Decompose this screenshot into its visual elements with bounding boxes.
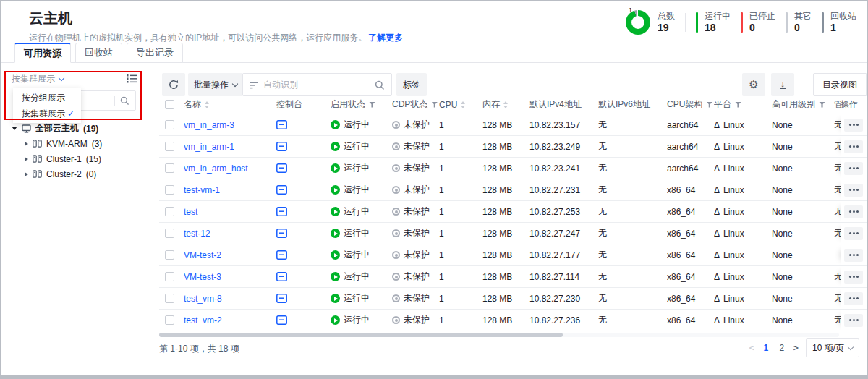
more-actions-button[interactable] [844,227,863,240]
ipv4-cell: 10.82.27.114 [529,272,598,282]
vm-name-link[interactable]: vm_in_arm-1 [184,142,234,152]
select-all-checkbox[interactable] [165,100,174,109]
console-icon[interactable] [276,207,287,216]
cpu-cell: 1 [439,229,482,239]
col-header-status[interactable]: 启用状态 [331,98,392,111]
more-actions-button[interactable] [844,249,863,262]
more-icon [853,167,855,169]
search-icon[interactable] [375,80,385,90]
console-icon[interactable] [276,250,287,260]
unprotected-icon [392,142,400,150]
tag-button[interactable]: 标签 [396,73,427,96]
console-icon[interactable] [276,294,287,303]
ipv6-cell: 无 [598,140,667,153]
vm-name-link[interactable]: test [184,207,197,217]
console-icon[interactable] [276,163,287,173]
console-icon[interactable] [276,120,287,129]
cluster-icon [33,170,42,178]
ha-cell: None [772,229,827,239]
dropdown-option[interactable]: 按分组展示 [13,90,81,106]
list-view-icon[interactable] [127,74,137,83]
directory-view-button[interactable]: 目录视图 [813,73,867,96]
more-actions-button[interactable] [844,184,863,197]
vm-name-link[interactable]: vm_in_arm-3 [184,120,234,130]
row-checkbox[interactable] [165,315,174,325]
export-button[interactable]: ↓ [771,73,794,96]
col-header-name[interactable]: 名称 [184,98,276,111]
row-checkbox[interactable] [165,120,174,129]
more-actions-button[interactable] [844,119,863,132]
more-actions-button[interactable] [844,205,863,218]
horizontal-scrollbar-thumb[interactable] [159,333,563,337]
vm-name-link[interactable]: VM-test-3 [184,272,221,282]
row-checkbox[interactable] [165,272,174,281]
caret-right-icon[interactable] [25,172,28,176]
col-header-memory[interactable]: 内存 [482,98,529,111]
caret-right-icon[interactable] [25,142,28,146]
console-icon[interactable] [276,185,287,195]
vm-name-link[interactable]: VM-test-2 [184,250,221,260]
vm-name-link[interactable]: test_vm-8 [184,294,222,304]
clipped-cell: 无 [827,140,841,153]
page-number[interactable]: 1 [762,343,770,353]
col-header-ha[interactable]: 高可用级别 [772,98,827,111]
more-actions-button[interactable] [844,314,863,327]
console-icon[interactable] [276,315,287,325]
table-search-input[interactable] [263,74,371,95]
tree-item-cluster[interactable]: Cluster-2 (0) [25,166,102,182]
vm-name-link[interactable]: test-12 [184,229,210,239]
more-actions-button[interactable] [844,292,863,305]
more-actions-button[interactable] [844,271,863,284]
vm-name-link[interactable]: vm_in_arm_host [184,163,248,174]
cpu-cell: 1 [439,142,482,152]
ipv4-cell: 10.82.23.241 [529,163,598,174]
row-checkbox[interactable] [165,142,174,151]
settings-button[interactable]: ⚙ [742,73,765,96]
next-page-icon[interactable]: > [793,343,799,353]
stat-item: 已停止 0 [741,11,775,34]
toolbar: 批量操作 标签 ⚙ ↓ 目录视图 [159,73,867,96]
tab[interactable]: 导出记录 [127,43,183,63]
memory-cell: 128 MB [482,120,529,130]
ipv4-cell: 10.82.27.253 [529,207,598,217]
page-number[interactable]: 2 [778,343,786,353]
row-checkbox[interactable] [165,185,174,195]
tree-item-cluster[interactable]: KVM-ARM (3) [25,136,102,151]
row-checkbox[interactable] [165,207,174,216]
col-header-cpu[interactable]: CPU [439,100,482,110]
ipv4-cell: 10.82.23.249 [529,142,598,152]
col-header-cdp[interactable]: CDP状态 [392,98,439,111]
caret-right-icon[interactable] [25,157,28,161]
tree-root-all-hosts[interactable]: 全部云主机 (19) [12,121,98,136]
more-actions-button[interactable] [844,162,863,175]
page-size-select[interactable]: 10 项/页 [806,338,859,357]
dropdown-option[interactable]: 按集群展示 ✓ [13,106,81,122]
batch-actions-button[interactable]: 批量操作 [188,73,243,96]
display-mode-dropdown-trigger[interactable]: 按集群展示 [12,73,64,85]
tab[interactable]: 可用资源 [14,43,71,63]
tab[interactable]: 回收站 [75,43,122,63]
console-icon[interactable] [276,272,287,281]
row-checkbox[interactable] [165,250,174,260]
row-checkbox[interactable] [165,294,174,303]
refresh-button[interactable] [162,73,185,96]
search-icon[interactable] [120,96,129,106]
prev-page-icon[interactable]: < [749,343,754,353]
memory-cell: 128 MB [482,207,529,217]
arch-cell: aarch64 [667,120,714,130]
vm-name-link[interactable]: test_vm-2 [184,315,222,325]
col-header-platform[interactable]: 平台 [714,98,772,111]
memory-cell: 128 MB [482,272,529,282]
col-header-arch[interactable]: CPU架构 [667,98,714,111]
vm-name-link[interactable]: test-vm-1 [184,185,220,195]
more-icon [853,124,855,126]
learn-more-link[interactable]: 了解更多 [368,33,403,43]
console-icon[interactable] [276,229,287,238]
console-icon[interactable] [276,142,287,151]
caret-down-icon[interactable] [12,127,17,130]
row-checkbox[interactable] [165,163,174,173]
row-checkbox[interactable] [165,229,174,238]
stat-item: 运行中 18 [696,11,731,34]
more-actions-button[interactable] [844,140,863,153]
tree-item-cluster[interactable]: Cluster-1 (15) [25,151,102,166]
